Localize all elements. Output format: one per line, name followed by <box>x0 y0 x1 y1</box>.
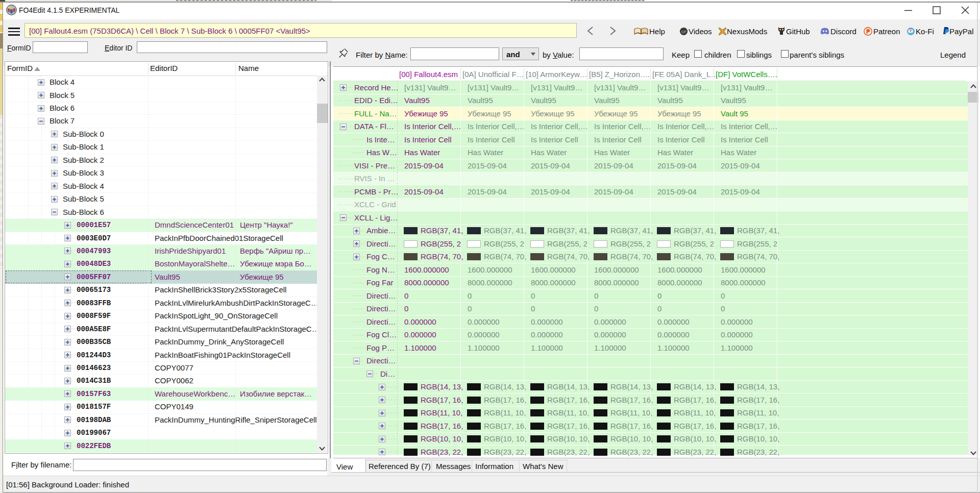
svg-text:GP: GP <box>681 30 686 34</box>
